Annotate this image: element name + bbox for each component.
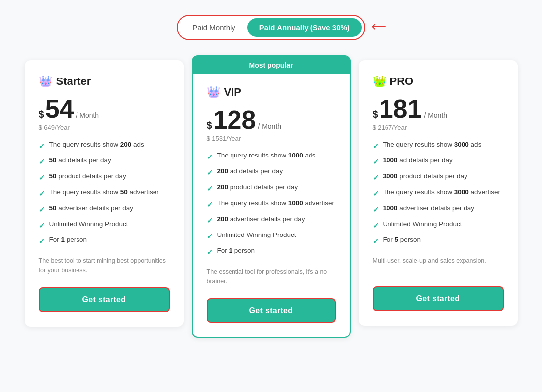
feature-item: ✓ The query results show 50 advertiser [39,188,170,199]
price-period: / Month [76,111,99,119]
feature-bold: 50 [49,204,57,212]
check-icon: ✓ [39,220,45,231]
feature-bold: 50 [120,188,128,196]
check-icon: ✓ [373,236,379,246]
check-icon: ✓ [207,247,213,257]
feature-item: ✓ Unlimited Winning Product [373,220,504,231]
get-started-button[interactable]: Get started [39,287,170,312]
check-icon: ✓ [373,172,379,183]
popular-badge: Most popular [193,56,350,74]
check-icon: ✓ [207,199,213,210]
plan-card-pro: 👑 PRO $ 181 / Month $ 2167/Year ✓ The qu… [359,60,518,326]
feature-item: ✓ The query results show 1000 ads [207,151,336,162]
plan-icon: 👑 [373,75,386,88]
check-icon: ✓ [39,157,45,167]
arrow-indicator [369,22,389,34]
feature-item: ✓ 1000 ad details per day [373,156,504,167]
feature-text: 200 ad details per day [217,167,283,176]
feature-item: ✓ For 1 person [207,246,336,257]
check-icon: ✓ [39,141,45,151]
monthly-toggle[interactable]: Paid Monthly [180,18,247,37]
price-yearly: $ 1531/Year [207,135,336,142]
plan-title-row: 👑 VIP [207,86,336,99]
feature-text: The query results show 1000 advertiser [217,199,334,208]
feature-text: 50 ad details per day [49,156,111,165]
plan-card-vip: Most popular 👑 VIP $ 128 / Month $ 1531/… [192,55,351,338]
feature-item: ✓ 1000 advertiser details per day [373,204,504,215]
feature-text: 1000 advertiser details per day [383,204,475,213]
feature-item: ✓ Unlimited Winning Product [207,231,336,241]
price-amount: 181 [379,96,422,122]
feature-item: ✓ The query results show 200 ads [39,140,170,151]
plan-name: PRO [390,75,414,88]
plan-card-starter: 👑 Starter $ 54 / Month $ 649/Year ✓ The … [25,60,184,327]
feature-text: Unlimited Winning Product [217,231,296,240]
plans-container: 👑 Starter $ 54 / Month $ 649/Year ✓ The … [10,60,532,338]
feature-bold: 5 [395,236,399,243]
plan-title-row: 👑 Starter [39,75,170,88]
feature-text: For 1 person [217,246,255,256]
feature-item: ✓ For 1 person [39,235,170,246]
features-list: ✓ The query results show 3000 ads ✓ 1000… [373,140,504,246]
check-icon: ✓ [373,141,379,151]
feature-text: The query results show 1000 ads [217,151,316,160]
check-icon: ✓ [207,152,213,162]
price-amount: 54 [45,96,74,122]
price-yearly: $ 649/Year [39,124,170,131]
check-icon: ✓ [373,204,379,215]
price-period: / Month [258,122,281,130]
price-dollar-sign: $ [373,109,378,120]
plan-price: $ 128 / Month [207,107,336,133]
feature-text: Unlimited Winning Product [383,220,462,229]
feature-text: 50 product details per day [49,172,126,181]
feature-item: ✓ Unlimited Winning Product [39,220,170,231]
annually-toggle[interactable]: Paid Annually (Save 30%) [247,18,362,37]
get-started-button[interactable]: Get started [207,298,336,323]
feature-bold: 1 [61,236,65,243]
feature-bold: 1 [229,247,233,254]
check-icon: ✓ [207,231,213,241]
plan-title-row: 👑 PRO [373,75,504,88]
price-amount: 128 [213,107,256,133]
feature-text: 200 product details per day [217,183,298,192]
feature-item: ✓ 50 ad details per day [39,156,170,167]
plan-name: Starter [56,75,91,88]
plan-description: Multi-user, scale-up and sales expansion… [373,256,504,274]
feature-item: ✓ 200 ad details per day [207,167,336,178]
price-period: / Month [424,111,447,119]
plan-description: The best tool to start mining best oppor… [39,256,170,275]
feature-text: Unlimited Winning Product [49,220,128,229]
check-icon: ✓ [207,183,213,194]
feature-text: 50 advertiser details per day [49,204,134,213]
feature-text: 200 advertiser details per day [217,215,305,224]
feature-text: The query results show 50 advertiser [49,188,159,197]
feature-bold: 1000 [383,157,398,164]
check-icon: ✓ [39,172,45,183]
billing-toggle: Paid Monthly Paid Annually (Save 30%) [177,15,365,40]
price-yearly: $ 2167/Year [373,124,504,131]
feature-bold: 200 [217,183,229,191]
check-icon: ✓ [373,220,379,231]
check-icon: ✓ [207,215,213,226]
plan-price-row: $ 54 / Month [39,96,170,122]
feature-bold: 3000 [383,172,398,180]
feature-bold: 200 [217,167,229,175]
feature-bold: 1000 [383,204,398,212]
check-icon: ✓ [39,204,45,215]
feature-text: For 5 person [383,235,421,245]
feature-item: ✓ The query results show 1000 advertiser [207,199,336,210]
feature-text: 3000 product details per day [383,172,467,181]
feature-bold: 1000 [288,199,303,207]
feature-text: For 1 person [49,235,87,245]
feature-item: ✓ 50 advertiser details per day [39,204,170,215]
features-list: ✓ The query results show 1000 ads ✓ 200 … [207,151,336,257]
plan-icon: 👑 [39,75,52,88]
check-icon: ✓ [373,157,379,167]
check-icon: ✓ [39,236,45,246]
feature-bold: 50 [49,157,57,164]
feature-bold: 200 [120,141,132,148]
check-icon: ✓ [207,167,213,178]
get-started-button[interactable]: Get started [373,286,504,311]
feature-bold: 200 [217,215,229,223]
feature-item: ✓ 50 product details per day [39,172,170,183]
